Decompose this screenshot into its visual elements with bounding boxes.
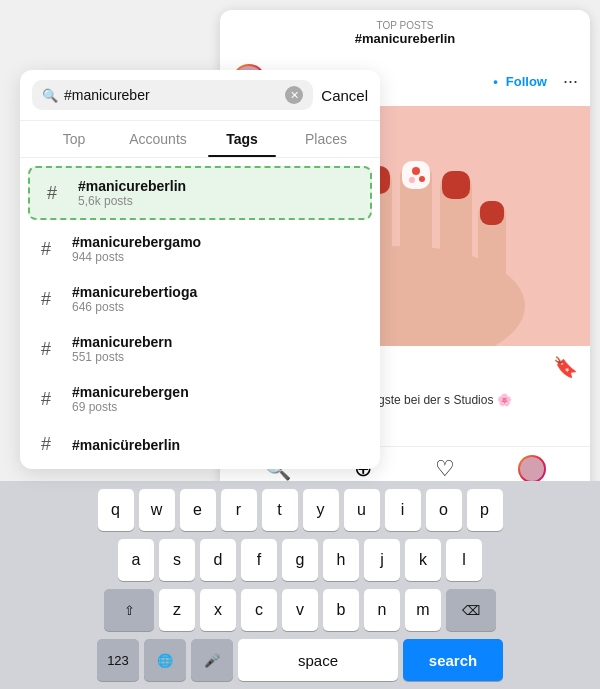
hashtag-item[interactable]: # #manicüreberlin bbox=[20, 424, 380, 465]
hashtag-name: #manicurebergen bbox=[72, 384, 189, 400]
key-s[interactable]: s bbox=[159, 539, 195, 581]
svg-rect-14 bbox=[480, 201, 504, 225]
like-nav-icon[interactable]: ♡ bbox=[435, 456, 455, 482]
key-globe[interactable]: 🌐 bbox=[144, 639, 186, 681]
svg-point-10 bbox=[412, 167, 420, 175]
tab-places[interactable]: Places bbox=[284, 121, 368, 157]
hashtag-item[interactable]: # #manicurebergamo 944 posts bbox=[20, 224, 380, 274]
search-panel: 🔍 ✕ Cancel Top Accounts Tags Places # #m… bbox=[20, 70, 380, 469]
keyboard-row-1: q w e r t y u i o p bbox=[4, 489, 596, 531]
tab-top[interactable]: Top bbox=[32, 121, 116, 157]
hashtag-text: #manicüreberlin bbox=[72, 437, 180, 453]
hashtag-list: # #manicureberlin 5,6k posts # #manicure… bbox=[20, 158, 380, 469]
hashtag-name: #manicurebertioga bbox=[72, 284, 197, 300]
hashtag-count: 646 posts bbox=[72, 300, 197, 314]
key-a[interactable]: a bbox=[118, 539, 154, 581]
hashtag-count: 5,6k posts bbox=[78, 194, 186, 208]
key-c[interactable]: c bbox=[241, 589, 277, 631]
key-num[interactable]: 123 bbox=[97, 639, 139, 681]
hashtag-name: #manicurebern bbox=[72, 334, 172, 350]
key-z[interactable]: z bbox=[159, 589, 195, 631]
key-mic[interactable]: 🎤 bbox=[191, 639, 233, 681]
svg-point-12 bbox=[409, 177, 415, 183]
search-bar-row: 🔍 ✕ Cancel bbox=[20, 70, 380, 121]
hashtag-symbol: # bbox=[34, 239, 58, 260]
key-l[interactable]: l bbox=[446, 539, 482, 581]
follow-button[interactable]: Follow bbox=[506, 74, 547, 89]
key-m[interactable]: m bbox=[405, 589, 441, 631]
hashtag-symbol: # bbox=[34, 339, 58, 360]
hashtag-symbol: # bbox=[34, 434, 58, 455]
key-e[interactable]: e bbox=[180, 489, 216, 531]
tab-tags[interactable]: Tags bbox=[200, 121, 284, 157]
tab-accounts[interactable]: Accounts bbox=[116, 121, 200, 157]
keyboard-row-3: ⇧ z x c v b n m ⌫ bbox=[4, 589, 596, 631]
hashtag-text: #manicurebergen 69 posts bbox=[72, 384, 189, 414]
top-posts-label: TOP POSTS bbox=[232, 20, 578, 31]
hashtag-symbol: # bbox=[40, 183, 64, 204]
key-f[interactable]: f bbox=[241, 539, 277, 581]
key-u[interactable]: u bbox=[344, 489, 380, 531]
hashtag-text: #manicureberlin 5,6k posts bbox=[78, 178, 186, 208]
key-y[interactable]: y bbox=[303, 489, 339, 531]
key-r[interactable]: r bbox=[221, 489, 257, 531]
key-x[interactable]: x bbox=[200, 589, 236, 631]
profile-avatar-nav[interactable] bbox=[518, 455, 546, 483]
hashtag-item[interactable]: # #manicureberlin 5,6k posts bbox=[28, 166, 372, 220]
key-j[interactable]: j bbox=[364, 539, 400, 581]
key-d[interactable]: d bbox=[200, 539, 236, 581]
key-t[interactable]: t bbox=[262, 489, 298, 531]
key-i[interactable]: i bbox=[385, 489, 421, 531]
more-icon[interactable]: ··· bbox=[563, 71, 578, 92]
hashtag-count: 69 posts bbox=[72, 400, 189, 414]
key-o[interactable]: o bbox=[426, 489, 462, 531]
follow-dot: • bbox=[493, 74, 498, 89]
keyboard: q w e r t y u i o p a s d f g h j k l ⇧ … bbox=[0, 481, 600, 689]
key-h[interactable]: h bbox=[323, 539, 359, 581]
hashtag-count: 551 posts bbox=[72, 350, 172, 364]
hashtag-item[interactable]: # #manicurebergen 69 posts bbox=[20, 374, 380, 424]
search-icon: 🔍 bbox=[42, 88, 58, 103]
cancel-button[interactable]: Cancel bbox=[321, 87, 368, 104]
bookmark-icon[interactable]: 🔖 bbox=[553, 355, 578, 379]
keyboard-row-2: a s d f g h j k l bbox=[4, 539, 596, 581]
search-key[interactable]: search bbox=[403, 639, 503, 681]
hashtag-name: #manicureberlin bbox=[78, 178, 186, 194]
filter-tabs: Top Accounts Tags Places bbox=[20, 121, 380, 158]
post-header: TOP POSTS #manicureberlin bbox=[220, 10, 590, 56]
search-input[interactable] bbox=[64, 87, 279, 103]
key-space[interactable]: space bbox=[238, 639, 398, 681]
hashtag-text: #manicurebern 551 posts bbox=[72, 334, 172, 364]
top-posts-hashtag: #manicureberlin bbox=[232, 31, 578, 46]
key-g[interactable]: g bbox=[282, 539, 318, 581]
clear-icon[interactable]: ✕ bbox=[285, 86, 303, 104]
key-b[interactable]: b bbox=[323, 589, 359, 631]
svg-rect-13 bbox=[442, 171, 470, 199]
hashtag-symbol: # bbox=[34, 289, 58, 310]
hashtag-text: #manicurebertioga 646 posts bbox=[72, 284, 197, 314]
key-v[interactable]: v bbox=[282, 589, 318, 631]
key-k[interactable]: k bbox=[405, 539, 441, 581]
hashtag-count: 944 posts bbox=[72, 250, 201, 264]
key-q[interactable]: q bbox=[98, 489, 134, 531]
hashtag-item[interactable]: # #manicurebern 551 posts bbox=[20, 324, 380, 374]
backspace-key[interactable]: ⌫ bbox=[446, 589, 496, 631]
key-w[interactable]: w bbox=[139, 489, 175, 531]
search-input-wrap: 🔍 ✕ bbox=[32, 80, 313, 110]
key-n[interactable]: n bbox=[364, 589, 400, 631]
shift-key[interactable]: ⇧ bbox=[104, 589, 154, 631]
svg-point-11 bbox=[419, 176, 425, 182]
hashtag-item[interactable]: # #manicurebertioga 646 posts bbox=[20, 274, 380, 324]
hashtag-name: #manicurebergamo bbox=[72, 234, 201, 250]
keyboard-bottom-row: 123 🌐 🎤 space search bbox=[4, 639, 596, 681]
hashtag-name: #manicüreberlin bbox=[72, 437, 180, 453]
key-p[interactable]: p bbox=[467, 489, 503, 531]
hashtag-symbol: # bbox=[34, 389, 58, 410]
hashtag-text: #manicurebergamo 944 posts bbox=[72, 234, 201, 264]
